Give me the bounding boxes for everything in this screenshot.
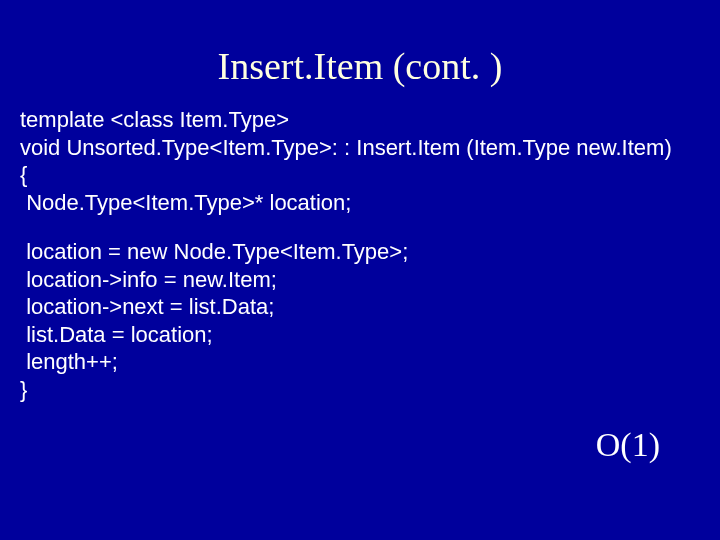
slide: Insert.Item (cont. ) template <class Ite… (0, 44, 720, 540)
slide-title: Insert.Item (cont. ) (0, 44, 720, 88)
code-block-1: template <class Item.Type> void Unsorted… (20, 106, 700, 216)
code-block-2: location = new Node.Type<Item.Type>; loc… (20, 238, 700, 403)
complexity-label: O(1) (596, 426, 660, 464)
